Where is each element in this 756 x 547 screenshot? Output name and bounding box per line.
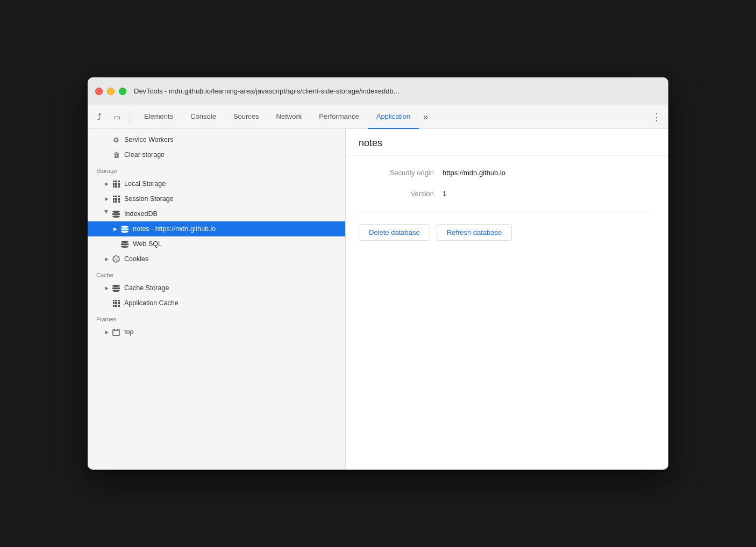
sidebar-item-app-cache[interactable]: Application Cache xyxy=(88,296,345,311)
close-button[interactable] xyxy=(95,88,103,95)
tab-sources[interactable]: Sources xyxy=(225,105,268,129)
maximize-button[interactable] xyxy=(119,88,126,95)
sidebar-item-local-storage[interactable]: ▶ Local Storage xyxy=(88,176,345,191)
devtools-window: DevTools - mdn.github.io/learning-area/j… xyxy=(88,77,668,470)
sidebar-item-label: notes - https://mdn.github.io xyxy=(133,225,216,233)
arrow-icon: ▶ xyxy=(103,196,110,201)
content-body: Security origin https://mdn.github.io Ve… xyxy=(346,156,668,254)
device-icon: ▭ xyxy=(113,113,120,121)
db-icon xyxy=(111,283,121,293)
version-row: Version 1 xyxy=(359,190,655,198)
db-icon xyxy=(111,209,121,219)
version-value: 1 xyxy=(443,190,446,198)
sidebar-item-top[interactable]: ▶ top xyxy=(88,325,345,340)
sidebar-item-notes-db[interactable]: ▶ notes - https://mdn.github.io xyxy=(88,221,345,236)
db-icon xyxy=(120,239,130,249)
arrow-icon: ▶ xyxy=(104,210,109,218)
grid-icon xyxy=(111,194,121,204)
svg-point-2 xyxy=(117,257,118,258)
security-origin-row: Security origin https://mdn.github.io xyxy=(359,169,655,177)
sidebar-item-label: Web SQL xyxy=(133,240,162,248)
more-tabs-button[interactable]: » xyxy=(419,105,432,129)
tab-network[interactable]: Network xyxy=(268,105,311,129)
security-origin-value: https://mdn.github.io xyxy=(443,169,505,177)
cookie-icon xyxy=(111,254,121,264)
storage-section-label: Storage xyxy=(88,162,345,176)
inspect-element-button[interactable]: ⤴ xyxy=(92,110,107,125)
toolbar-icon-group: ⤴ ▭ xyxy=(92,110,130,125)
delete-database-button[interactable]: Delete database xyxy=(359,224,430,241)
arrow-icon: ▶ xyxy=(103,181,110,186)
sidebar-item-cookies[interactable]: ▶ Cookies xyxy=(88,251,345,267)
sidebar-item-label: Cache Storage xyxy=(124,284,169,292)
divider xyxy=(359,211,655,211)
sidebar-item-service-workers[interactable]: ⚙ Service Workers xyxy=(88,132,345,147)
arrow-icon: ▶ xyxy=(103,329,110,335)
toolbar-end: ⋮ xyxy=(649,110,664,125)
tab-performance[interactable]: Performance xyxy=(310,105,367,129)
titlebar: DevTools - mdn.github.io/learning-area/j… xyxy=(88,77,668,105)
grid-icon xyxy=(111,179,121,189)
sidebar-item-label: top xyxy=(124,328,133,336)
device-mode-button[interactable]: ▭ xyxy=(109,110,124,125)
security-origin-label: Security origin xyxy=(359,169,434,177)
arrow-icon: ▶ xyxy=(103,285,110,291)
svg-point-0 xyxy=(113,256,119,262)
frame-icon xyxy=(111,327,121,337)
frames-section-label: Frames xyxy=(88,311,345,325)
svg-point-5 xyxy=(117,260,118,260)
window-title: DevTools - mdn.github.io/learning-area/j… xyxy=(134,87,400,95)
content-panel: notes Security origin https://mdn.github… xyxy=(346,129,668,470)
action-buttons: Delete database Refresh database xyxy=(359,224,655,241)
arrow-icon: ▶ xyxy=(103,256,110,262)
gear-icon: ⚙ xyxy=(111,135,121,145)
db-icon xyxy=(120,224,130,234)
sidebar-item-web-sql[interactable]: Web SQL xyxy=(88,236,345,251)
tab-elements[interactable]: Elements xyxy=(135,105,182,129)
svg-point-4 xyxy=(114,260,115,260)
sidebar-item-label: Cookies xyxy=(124,255,148,263)
tab-console[interactable]: Console xyxy=(182,105,225,129)
sidebar-item-label: Local Storage xyxy=(124,180,166,188)
traffic-lights xyxy=(95,88,126,95)
sidebar-item-label: Clear storage xyxy=(124,151,165,159)
devtools-menu-button[interactable]: ⋮ xyxy=(649,110,664,125)
sidebar-item-cache-storage[interactable]: ▶ Cache Storage xyxy=(88,280,345,296)
sidebar-item-indexeddb[interactable]: ▶ IndexedDB xyxy=(88,206,345,221)
sidebar-item-label: Session Storage xyxy=(124,195,174,203)
content-title: notes xyxy=(359,138,655,149)
tab-bar: Elements Console Sources Network Perform… xyxy=(135,105,432,128)
content-header: notes xyxy=(346,129,668,156)
cache-section-label: Cache xyxy=(88,267,345,280)
sidebar-item-clear-storage[interactable]: 🗑 Clear storage xyxy=(88,147,345,162)
tab-application[interactable]: Application xyxy=(368,105,419,129)
version-label: Version xyxy=(359,190,434,198)
cursor-icon: ⤴ xyxy=(97,112,102,122)
sidebar: ⚙ Service Workers 🗑 Clear storage Storag… xyxy=(88,129,346,470)
trash-icon: 🗑 xyxy=(111,150,121,160)
sidebar-item-label: IndexedDB xyxy=(124,210,158,218)
svg-point-3 xyxy=(116,260,117,261)
svg-rect-7 xyxy=(115,329,118,330)
svg-point-1 xyxy=(115,258,116,259)
toolbar: ⤴ ▭ Elements Console Sources Network Per… xyxy=(88,105,668,129)
sidebar-item-label: Service Workers xyxy=(124,136,173,143)
arrow-icon: ▶ xyxy=(111,226,119,232)
sidebar-item-session-storage[interactable]: ▶ Session Storage xyxy=(88,191,345,206)
minimize-button[interactable] xyxy=(107,88,115,95)
grid-icon xyxy=(111,298,121,308)
refresh-database-button[interactable]: Refresh database xyxy=(437,224,512,241)
main-area: ⚙ Service Workers 🗑 Clear storage Storag… xyxy=(88,129,668,470)
sidebar-item-label: Application Cache xyxy=(124,299,179,307)
